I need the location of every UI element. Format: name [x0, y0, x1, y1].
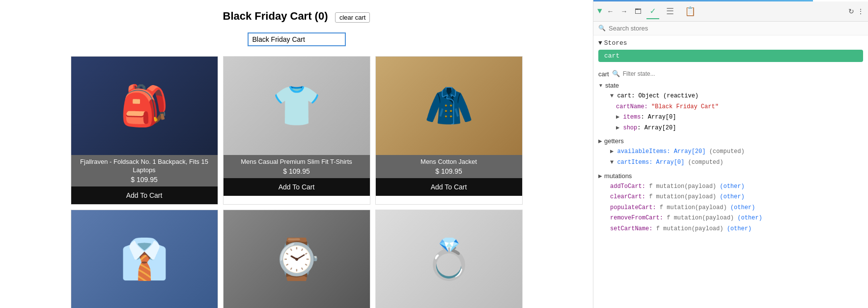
cart-expand-icon[interactable]: ▼: [610, 92, 614, 99]
mutation-tag: (other): [720, 193, 744, 200]
product-image-5: [224, 210, 370, 308]
product-name-1: Fjallraven - Foldsack No. 1 Backpack, Fi…: [76, 158, 213, 175]
cart-items-expand-icon[interactable]: ▼: [610, 159, 614, 166]
mutation-signature: f mutation(payload): [649, 183, 716, 190]
cart-name-input[interactable]: [248, 32, 346, 46]
getters-tree: ▶ availableItems: Array[20] (computed) ▼…: [598, 147, 863, 168]
product-name-3: Mens Cotton Jacket: [381, 158, 517, 166]
state-tree: ▼ cart: Object (reactive) cartName: "Bla…: [598, 91, 863, 133]
cart-name-val: "Black Friday Cart": [651, 103, 719, 110]
cart-items-computed: (computed): [688, 159, 723, 166]
mutation-name: setCartName:: [610, 225, 652, 232]
mutation-signature: f mutation(payload): [656, 225, 724, 232]
product-card: Fjallraven - Foldsack No. 1 Backpack, Fi…: [71, 56, 218, 205]
product-info-3: Mens Cotton Jacket $ 109.95: [376, 155, 522, 178]
stores-section: ▼ Stores cart: [593, 35, 868, 66]
tab-components[interactable]: ☰: [662, 4, 678, 19]
cart-items-row: ▼ cartItems: Array[0] (computed): [604, 157, 863, 168]
clear-cart-button[interactable]: clear cart: [335, 12, 370, 23]
search-stores-bar: 🔍: [593, 22, 868, 35]
mutation-name: populateCart:: [610, 204, 656, 211]
add-to-cart-button-3[interactable]: Add To Cart: [376, 178, 522, 196]
filter-row: cart 🔍: [598, 70, 863, 78]
cart-name-container: [10, 32, 583, 46]
product-image-4: [71, 210, 218, 308]
vue-logo-icon: ▼: [597, 7, 602, 16]
shop-expand-icon[interactable]: ▶: [616, 124, 619, 131]
stores-label: ▼ Stores: [598, 39, 863, 47]
product-price-2: $ 109.95: [228, 167, 365, 175]
add-to-cart-button-1[interactable]: Add To Cart: [71, 186, 218, 204]
mutation-tag: (other): [727, 225, 752, 232]
mutation-signature: f mutation(payload): [667, 215, 734, 221]
mutation-row: removeFromCart: f mutation(payload) (oth…: [604, 213, 863, 224]
product-card: Mens Casual Slim Fit $ 15.99 Add To Cart: [71, 210, 218, 308]
product-image-2: [224, 57, 370, 155]
product-info-1: Fjallraven - Foldsack No. 1 Backpack, Fi…: [71, 155, 218, 186]
product-price-1: $ 109.95: [76, 176, 213, 184]
mutation-row: setCartName: f mutation(payload) (other): [604, 224, 863, 235]
store-item-cart[interactable]: cart: [598, 50, 863, 62]
mutation-row: addToCart: f mutation(payload) (other): [604, 182, 863, 192]
forward-button[interactable]: →: [619, 6, 630, 16]
mutation-row: clearCart: f mutation(payload) (other): [604, 192, 863, 203]
items-value: : Array[0]: [641, 114, 676, 121]
mutation-name: removeFromCart:: [610, 215, 663, 221]
mutation-name: addToCart:: [610, 183, 645, 190]
cart-object-label: cart: Object (reactive): [617, 92, 699, 99]
product-image-3: [376, 57, 522, 155]
available-items-computed: (computed): [709, 148, 745, 155]
page-title: Black Friday Cart (0): [223, 10, 328, 22]
tab-vuex[interactable]: ✓: [646, 3, 660, 19]
available-items-expand-icon[interactable]: ▶: [610, 148, 614, 155]
shop-row: ▶ shop: Array[20]: [604, 123, 863, 134]
state-section-header: ▼ state: [598, 82, 863, 89]
cart-label: cart: [598, 70, 609, 78]
mutation-signature: f mutation(payload): [660, 204, 727, 211]
items-expand-icon[interactable]: ▶: [616, 114, 619, 121]
available-items-row: ▶ availableItems: Array[20] (computed): [604, 147, 863, 157]
search-stores-input[interactable]: [609, 25, 863, 32]
product-name-2: Mens Casual Premium Slim Fit T-Shirts: [228, 158, 365, 166]
back-button[interactable]: ←: [605, 6, 616, 16]
product-image-1: [71, 57, 218, 155]
search-icon: 🔍: [598, 25, 606, 32]
tab-assets[interactable]: 📋: [681, 4, 700, 19]
product-card: Mens Casual Premium Slim Fit T-Shirts $ …: [223, 56, 370, 205]
product-image-6: [376, 210, 522, 308]
product-card: John Hardy Women's Legends Naga Gold & S…: [223, 210, 370, 308]
devtools-toolbar: ▼ ← → 🗔 ✓ ☰ 📋 ↻ ⋮: [593, 1, 868, 22]
items-label: items: [623, 114, 641, 121]
getters-triangle-icon: ▶: [598, 138, 602, 144]
stores-triangle-icon: ▼: [598, 39, 602, 47]
shop-panel: Black Friday Cart (0) clear cart Fjallra…: [0, 0, 593, 308]
state-triangle-icon: ▼: [598, 83, 603, 88]
shop-value: : Array[20]: [637, 124, 676, 131]
browser-history-button[interactable]: 🗔: [633, 6, 644, 16]
product-card: Mens Cotton Jacket $ 109.95 Add To Cart: [375, 56, 523, 205]
mutation-name: clearCart:: [610, 193, 645, 200]
product-price-3: $ 109.95: [381, 167, 517, 175]
cart-name-key: cartName:: [616, 103, 648, 110]
products-grid: Fjallraven - Foldsack No. 1 Backpack, Fi…: [10, 56, 583, 308]
state-panel: cart 🔍 ▼ state ▼ cart: Object (reactive)…: [593, 66, 868, 308]
getters-section-header: ▶ getters: [598, 137, 863, 145]
refresh-button[interactable]: ↻: [848, 7, 854, 15]
devtools-panel: ▼ ← → 🗔 ✓ ☰ 📋 ↻ ⋮ 🔍 ▼ Stores cart cart 🔍…: [593, 0, 868, 308]
mutation-signature: f mutation(payload): [649, 193, 716, 200]
more-menu-button[interactable]: ⋮: [857, 7, 864, 15]
product-info-2: Mens Casual Premium Slim Fit T-Shirts $ …: [224, 155, 370, 178]
mutation-row: populateCart: f mutation(payload) (other…: [604, 203, 863, 214]
mutations-tree: addToCart: f mutation(payload) (other)cl…: [598, 182, 863, 235]
filter-state-input[interactable]: [623, 70, 697, 77]
product-card: Solid Gold Petite Micropave $ 168.00 Add…: [375, 210, 523, 308]
mutations-triangle-icon: ▶: [598, 173, 602, 179]
add-to-cart-button-2[interactable]: Add To Cart: [224, 178, 370, 196]
search-state-icon: 🔍: [612, 70, 620, 78]
cart-object-row: ▼ cart: Object (reactive): [604, 91, 863, 102]
cart-name-row: cartName: "Black Friday Cart": [604, 102, 863, 113]
mutation-tag: (other): [730, 204, 755, 211]
shop-label: shop: [623, 124, 637, 131]
mutations-section-header: ▶ mutations: [598, 172, 863, 180]
mutation-tag: (other): [737, 215, 762, 221]
